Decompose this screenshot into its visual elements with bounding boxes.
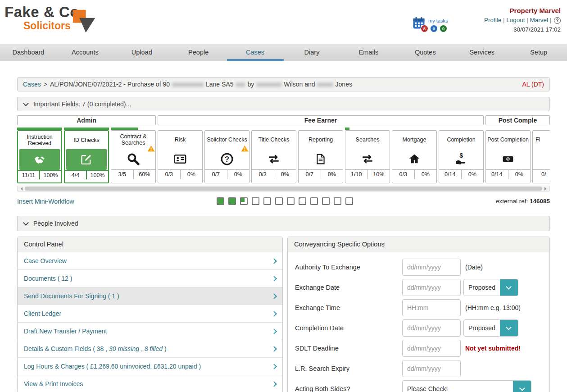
mini-stage-box[interactable] [310,197,318,205]
chevron-down-icon[interactable] [513,381,531,392]
workflow-stage-searches[interactable]: Searches 1/10 10% [345,128,390,183]
workflow-stage-reporting[interactable]: Reporting 0/7 0% [298,128,343,183]
stage-progress-bar [485,128,531,130]
control-panel-item-documents[interactable]: Documents ( 12 ) [18,270,282,287]
profile-link[interactable]: Profile [484,17,501,23]
logout-link[interactable]: Logout [506,17,525,23]
id-card-icon [159,149,201,169]
mini-stage-box[interactable] [345,197,353,205]
workflow-stage-contract-searches[interactable]: Contract & Searches 3/5 60% [111,128,156,183]
workflow-stage-id-checks[interactable]: ID Checks 4/4 100% [64,128,109,183]
people-involved-toggle[interactable]: People Involved [17,216,550,231]
scroll-right-icon[interactable] [544,187,548,191]
control-panel-item-case-overview[interactable]: Case Overview [18,252,282,270]
control-panel-item-details-custom-fields[interactable]: Details & Custom Fields ( 38 , 30 missin… [18,340,282,358]
lr-search-expiry-input[interactable] [402,360,461,377]
stage-stats: 0/3 0% [392,169,436,179]
stage-stats: 0/3 0% [252,169,296,179]
workflow-group-post-completion: Post Comple [485,115,550,125]
chevron-down-icon[interactable] [500,320,518,336]
chevron-down-icon[interactable] [500,279,518,296]
control-panel-item-send-documents[interactable]: Send Documents For Signing ( 1 ) [18,287,282,305]
stage-progress-bar [392,128,437,130]
chevron-right-icon [271,293,277,299]
edit-icon [66,149,107,170]
external-ref-value: 146085 [530,198,550,205]
mini-stage-box[interactable] [334,197,341,205]
control-panel-item-draft-transfer[interactable]: Draft New Transfer / Payment [18,323,282,340]
control-panel-item-log-hours[interactable]: Log Hours & Charges ( £1,269.60 uninvoic… [18,358,282,375]
mini-stage-box[interactable] [287,197,295,205]
exchange-date-status-select[interactable]: Proposed [463,279,518,296]
stage-title: Post Completion [486,131,530,149]
mini-stage-box[interactable] [322,197,330,205]
mini-stage-box[interactable] [263,197,271,205]
tab-setup[interactable]: Setup [510,44,567,61]
workflow-stage-risk[interactable]: Risk 0/3 0% [158,128,203,183]
breadcrumb-cases-link[interactable]: Cases [23,81,41,88]
mini-stage-box[interactable] [240,197,248,205]
workflow-stage-mortgage[interactable]: Mortgage 0/3 0% [392,128,437,183]
workflow-stage-instruction-received[interactable]: Instruction Received 11/11 100% [17,128,62,183]
completion-date-status-select[interactable]: Proposed [463,319,518,337]
mini-stage-box[interactable] [217,197,224,205]
field-label: L.R. Search Expiry [295,365,402,372]
breadcrumb: Cases > AL/PON/JONE/07/2021-2 - Purchase… [17,77,550,91]
stage-count: 3/5 [111,170,134,179]
control-panel-item-client-ledger[interactable]: Client Ledger [18,305,282,323]
exchange-date-input[interactable] [402,279,461,296]
scrollbar-thumb[interactable] [25,187,542,191]
task-badge-red[interactable]: 8 [421,25,428,32]
mini-stage-box[interactable] [299,197,306,205]
control-panel-item-view-print-invoices[interactable]: View & Print Invoices [18,375,282,392]
task-badge-green[interactable]: 0 [440,25,447,32]
acting-both-sides-select[interactable]: Please Check! [402,380,531,392]
tab-upload[interactable]: Upload [113,44,170,61]
sdlt-deadline-input[interactable] [402,340,461,357]
workflow-scrollbar[interactable] [17,186,550,191]
exchange-time-input[interactable] [402,299,461,316]
stage-percent: 0% [227,170,249,179]
case-by-text: by [248,81,254,88]
authority-to-exchange-input[interactable] [402,259,461,276]
help-icon[interactable]: ? [554,17,561,24]
case-client-1: Wilson and [284,81,315,88]
mini-stage-box[interactable] [252,197,259,205]
chevron-right-icon [271,364,277,369]
tab-cases[interactable]: Cases [227,44,284,61]
app-page: Fake & Co Solicitors my tasks 8 0 0 Prop… [0,0,567,392]
tab-dashboard[interactable]: Dashboard [0,44,57,61]
stage-count: 11/11 [18,171,40,179]
user-block: Property Marvel Profile | Logout | Marve… [484,6,561,34]
form-row-lr-search-expiry: L.R. Search Expiry [295,360,542,377]
user-link[interactable]: Marvel [530,17,548,23]
tab-accounts[interactable]: Accounts [57,44,113,61]
my-tasks-widget[interactable]: my tasks 8 0 0 [412,15,454,35]
tab-people[interactable]: People [170,44,227,61]
stage-title: Title Checks [252,131,296,149]
insert-mini-workflow-link[interactable]: Insert Mini-Workflow [17,198,74,205]
stage-percent: 0% [462,170,484,179]
workflow-stage-post-completion[interactable]: Post Completion $ 0/14 0% [485,128,531,183]
chevron-right-icon [271,328,277,334]
document-icon [300,149,341,169]
workflow-stage-completion[interactable]: Completion $ 0/14 0% [439,128,484,183]
tab-services[interactable]: Services [454,44,510,61]
stage-title: Fi [533,131,550,149]
completion-date-input[interactable] [402,319,461,337]
scroll-left-icon[interactable] [19,187,23,191]
tab-emails[interactable]: Emails [340,44,397,61]
select-value: Proposed [464,279,500,296]
chevron-down-icon [23,100,29,106]
important-fields-toggle[interactable]: Important Fields: 7 (0 completed)... [17,97,550,111]
workflow-stage-solicitor-checks[interactable]: Solicitor Checks ? 0/7 0% [204,128,249,183]
workflow-stage-title-checks[interactable]: Title Checks 0/3 0% [251,128,296,183]
workflow-stage-clipped[interactable]: Fi 0/ [532,128,550,183]
task-badge-blue[interactable]: 0 [431,25,437,32]
mini-stage-box[interactable] [228,197,236,205]
stage-stats: 0/ [533,169,550,179]
mini-stage-box[interactable] [275,197,283,205]
header: Fake & Co Solicitors my tasks 8 0 0 Prop… [0,0,567,44]
tab-diary[interactable]: Diary [284,44,340,61]
tab-quotes[interactable]: Quotes [397,44,454,61]
